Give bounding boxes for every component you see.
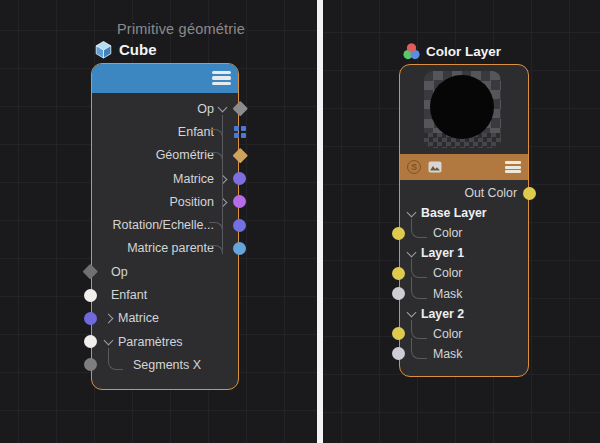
port-label: Layer 1 xyxy=(421,246,464,260)
port-square xyxy=(241,126,246,131)
port-label: Base Layer xyxy=(421,206,487,220)
color-layer-node-title: Color Layer xyxy=(403,43,501,60)
port-square xyxy=(234,126,239,131)
port-mask[interactable] xyxy=(392,347,405,360)
port-color[interactable] xyxy=(392,327,405,340)
chevron-down-icon[interactable] xyxy=(218,103,228,113)
port-label: Position xyxy=(170,195,214,209)
cube-node-title-label: Cube xyxy=(119,41,157,58)
port-label: Mask xyxy=(433,347,462,361)
port-row-enfant[interactable]: Enfant xyxy=(92,283,238,306)
port-label: Out Color xyxy=(464,186,517,200)
port-out-color[interactable] xyxy=(523,187,536,200)
port-square xyxy=(241,133,246,138)
port-rotation-echelle[interactable] xyxy=(233,219,246,232)
group-row-layer-1[interactable]: Layer 1 xyxy=(400,243,528,263)
port-row-matrice[interactable]: Matrice xyxy=(92,167,238,190)
port-label: Op xyxy=(197,102,214,116)
port-row-color[interactable]: Color xyxy=(400,324,528,344)
port-matrice[interactable] xyxy=(233,172,246,185)
port-label: Enfant xyxy=(111,288,147,302)
port-color[interactable] xyxy=(392,267,405,280)
port-mask[interactable] xyxy=(392,287,405,300)
color-layer-node-title-label: Color Layer xyxy=(426,44,501,59)
port-row-op[interactable]: Op xyxy=(92,260,238,283)
port-parametres[interactable] xyxy=(84,335,97,348)
chevron-right-icon[interactable] xyxy=(104,314,114,324)
panel-divider[interactable] xyxy=(317,0,323,443)
port-row-color[interactable]: Color xyxy=(400,223,528,243)
port-label: Layer 2 xyxy=(421,307,464,321)
port-enfant[interactable] xyxy=(234,126,246,138)
port-row-matrice[interactable]: Matrice xyxy=(92,307,238,330)
cube-node-header[interactable] xyxy=(92,64,238,93)
port-enfant[interactable] xyxy=(84,289,97,302)
port-label: Paramètres xyxy=(118,335,183,349)
port-matrice-parente[interactable] xyxy=(233,242,246,255)
s-badge-icon[interactable]: S xyxy=(407,160,421,174)
port-label: Color xyxy=(433,327,462,341)
color-node-toolbar[interactable]: S xyxy=(400,154,528,180)
chevron-right-icon[interactable] xyxy=(218,197,228,207)
hamburger-menu-icon[interactable] xyxy=(505,161,521,174)
port-row-mask[interactable]: Mask xyxy=(400,283,528,303)
chevron-down-icon[interactable] xyxy=(407,308,417,318)
port-segments-x[interactable] xyxy=(84,358,97,371)
port-label: Rotation/Echelle... xyxy=(113,218,214,232)
chevron-down-icon[interactable] xyxy=(407,207,417,217)
color-layer-node[interactable]: S Out ColorBase LayerColorLayer 1ColorMa… xyxy=(399,64,529,377)
group-row-layer-2[interactable]: Layer 2 xyxy=(400,304,528,324)
port-row-parametres[interactable]: Paramètres xyxy=(92,330,238,353)
port-row-segments-x[interactable]: Segments X xyxy=(92,353,238,376)
port-row-matrice-parente[interactable]: Matrice parente xyxy=(92,237,238,260)
port-row-position[interactable]: Position xyxy=(92,190,238,213)
group-row-base-layer[interactable]: Base Layer xyxy=(400,203,528,223)
port-matrice[interactable] xyxy=(84,312,97,325)
port-row-rotation-echelle[interactable]: Rotation/Echelle... xyxy=(92,213,238,236)
port-label: Segments X xyxy=(133,358,201,372)
cube-icon xyxy=(94,40,113,59)
port-square xyxy=(234,133,239,138)
cube-node[interactable]: OpEnfantGéométrieMatricePositionRotation… xyxy=(91,63,239,390)
port-label: Enfant xyxy=(178,125,214,139)
image-preview-icon[interactable] xyxy=(428,161,442,173)
rgb-circles-icon xyxy=(403,43,420,60)
port-label: Géométrie xyxy=(156,148,214,162)
cube-node-title: Cube xyxy=(94,40,157,59)
preview-black-circle xyxy=(430,75,494,139)
port-label: Color xyxy=(433,266,462,280)
context-title: Primitive géométrie xyxy=(117,21,245,37)
port-row-geometrie[interactable]: Géométrie xyxy=(92,144,238,167)
port-label: Matrice xyxy=(173,172,214,186)
port-label: Op xyxy=(111,265,128,279)
port-label: Matrice parente xyxy=(127,241,214,255)
port-label: Mask xyxy=(433,287,462,301)
chevron-right-icon[interactable] xyxy=(218,174,228,184)
hamburger-menu-icon[interactable] xyxy=(212,71,231,85)
port-row-enfant[interactable]: Enfant xyxy=(92,120,238,143)
port-row-mask[interactable]: Mask xyxy=(400,344,528,364)
port-row-color[interactable]: Color xyxy=(400,263,528,283)
port-label: Color xyxy=(433,226,462,240)
port-color[interactable] xyxy=(392,227,405,240)
node-editor-canvas: Primitive géométrie Cube OpEnfantGéométr… xyxy=(0,0,600,443)
port-label: Matrice xyxy=(118,311,159,325)
texture-preview[interactable] xyxy=(424,71,501,148)
chevron-down-icon[interactable] xyxy=(104,336,114,346)
port-row-op[interactable]: Op xyxy=(92,97,238,120)
chevron-down-icon[interactable] xyxy=(407,247,417,257)
port-row-out-color[interactable]: Out Color xyxy=(400,183,528,203)
